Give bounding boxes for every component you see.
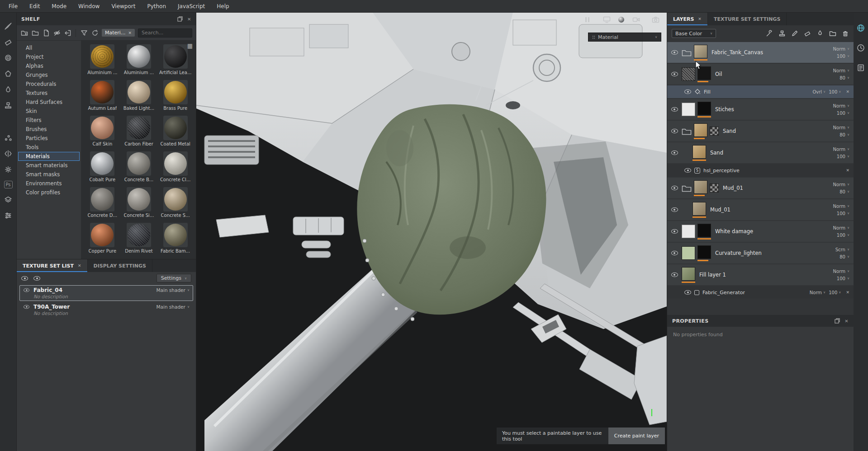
shelf-category-item[interactable]: Textures bbox=[18, 89, 80, 98]
projection-icon[interactable] bbox=[4, 53, 13, 62]
layer-visibility-icon[interactable] bbox=[671, 207, 678, 212]
delete-layer-icon[interactable] bbox=[841, 30, 849, 38]
layer-visibility-icon[interactable] bbox=[671, 72, 678, 76]
layer-row[interactable]: Stiches Norm ∨ 100 ∨ bbox=[667, 99, 854, 120]
material-thumbnail[interactable] bbox=[127, 151, 151, 176]
material-item[interactable]: Concrete Cl... bbox=[157, 151, 193, 187]
material-item[interactable]: Artificial Lea... bbox=[157, 44, 193, 80]
document-icon[interactable] bbox=[42, 29, 50, 37]
effect-row[interactable]: S hsl_perceptive ✕ bbox=[667, 164, 854, 177]
shelf-category-item[interactable]: Materials bbox=[18, 152, 80, 161]
material-thumbnail[interactable] bbox=[127, 223, 151, 247]
polygon-fill-icon[interactable] bbox=[4, 69, 13, 78]
layer-visibility-icon[interactable] bbox=[671, 229, 678, 234]
layer-thumbnail[interactable] bbox=[694, 180, 707, 194]
hide-shelf-icon[interactable] bbox=[53, 29, 61, 37]
material-thumbnail[interactable] bbox=[90, 187, 114, 211]
effect-visibility-icon[interactable] bbox=[684, 290, 691, 295]
tab-close-icon[interactable]: ✕ bbox=[78, 263, 81, 268]
material-item[interactable]: Carbon Fiber bbox=[121, 116, 157, 151]
blend-mode-dropdown[interactable]: Norm ∨ bbox=[833, 182, 849, 187]
texture-set-settings-button[interactable]: Settings ∨ bbox=[157, 274, 191, 282]
filter-chip[interactable]: Materi... ✕ bbox=[102, 29, 135, 37]
screenshot-camera-icon[interactable] bbox=[651, 16, 659, 23]
layer-visibility-icon[interactable] bbox=[671, 107, 678, 112]
layer-thumbnail[interactable] bbox=[682, 225, 695, 238]
texture-set-visibility-icon[interactable] bbox=[24, 305, 29, 309]
material-item[interactable]: Copper Pure bbox=[85, 223, 120, 258]
material-thumbnail[interactable] bbox=[127, 80, 151, 104]
effect-close-icon[interactable]: ✕ bbox=[846, 290, 849, 295]
menu-item[interactable]: JavaScript bbox=[172, 0, 211, 13]
material-thumbnail[interactable] bbox=[163, 151, 188, 176]
menu-item[interactable]: Help bbox=[211, 0, 235, 13]
material-item[interactable]: Concrete B... bbox=[121, 151, 157, 187]
eraser-tool-icon[interactable] bbox=[803, 30, 811, 38]
camera-animation-icon[interactable] bbox=[632, 16, 640, 23]
shelf-category-item[interactable]: Particles bbox=[18, 134, 80, 143]
layer-thumbnail[interactable] bbox=[697, 102, 711, 115]
material-thumbnail[interactable] bbox=[163, 44, 188, 69]
smudge-icon[interactable] bbox=[4, 85, 13, 94]
material-item[interactable]: Concrete D... bbox=[85, 187, 120, 223]
material-item[interactable]: Coated Metal bbox=[157, 116, 193, 151]
tab-display-settings[interactable]: DISPLAY SETTINGS bbox=[88, 259, 152, 272]
pause-engine-icon[interactable] bbox=[585, 17, 589, 22]
layer-row[interactable]: Mud_01 Norm ∨ 80 ∨ bbox=[667, 178, 854, 198]
material-thumbnail[interactable] bbox=[90, 44, 114, 69]
texture-set-item[interactable]: Fabric_04 Main shader∨ No description bbox=[19, 285, 193, 301]
menu-item[interactable]: Python bbox=[141, 0, 172, 13]
shading-mode-dropdown[interactable]: Material ∨ bbox=[588, 33, 661, 42]
opacity-dropdown[interactable]: 100 ∨ bbox=[837, 276, 849, 281]
layer-thumbnail[interactable] bbox=[693, 145, 706, 159]
menu-item[interactable]: Mode bbox=[46, 0, 72, 13]
blend-mode-dropdown[interactable]: Norm ∨ bbox=[833, 204, 849, 209]
shelf-category-item[interactable]: All bbox=[18, 43, 80, 52]
layer-row[interactable]: White damage Norm ∨ 100 ∨ bbox=[667, 221, 854, 242]
particles-icon[interactable] bbox=[4, 133, 13, 142]
material-thumbnail[interactable] bbox=[163, 80, 188, 104]
effect-opacity-dropdown[interactable]: 100 ∨ bbox=[829, 290, 841, 295]
channel-dropdown[interactable]: Base Color ∨ bbox=[672, 29, 716, 38]
material-thumbnail[interactable] bbox=[163, 187, 188, 211]
add-folder-icon[interactable] bbox=[20, 29, 28, 37]
effect-row[interactable]: Fabric_Generator Norm ∨100 ∨ ✕ bbox=[667, 286, 854, 299]
shelf-category-item[interactable]: Skin bbox=[18, 107, 80, 116]
open-folder-icon[interactable] bbox=[31, 29, 39, 37]
pencil-icon[interactable] bbox=[791, 30, 798, 38]
new-folder-icon[interactable] bbox=[829, 30, 836, 38]
close-panel-icon[interactable]: ✕ bbox=[187, 17, 191, 22]
shader-dropdown[interactable]: Main shader∨ bbox=[156, 287, 190, 293]
material-item[interactable]: Fabric Bam... bbox=[157, 223, 193, 258]
history-icon[interactable] bbox=[856, 43, 865, 52]
grid-view-icon[interactable]: ▦ bbox=[187, 43, 193, 49]
filter-chip-close-icon[interactable]: ✕ bbox=[128, 31, 132, 35]
shelf-category-item[interactable]: Hard Surfaces bbox=[18, 98, 80, 107]
opacity-dropdown[interactable]: 80 ∨ bbox=[840, 254, 849, 259]
mask-thumbnail[interactable] bbox=[710, 127, 719, 136]
material-thumbnail[interactable] bbox=[90, 80, 114, 104]
layer-thumbnail[interactable] bbox=[682, 246, 695, 260]
log-icon[interactable] bbox=[856, 63, 865, 72]
menu-item[interactable]: Window bbox=[72, 0, 105, 13]
shelf-category-item[interactable]: Smart masks bbox=[18, 170, 80, 179]
blend-mode-dropdown[interactable]: Norm ∨ bbox=[833, 226, 849, 230]
layer-thumbnail[interactable] bbox=[682, 267, 695, 281]
drag-grip-icon[interactable] bbox=[592, 35, 595, 39]
solo-set-icon[interactable] bbox=[33, 276, 40, 281]
layer-stack-icon[interactable] bbox=[4, 195, 13, 204]
shelf-search-input[interactable] bbox=[138, 28, 192, 38]
layer-thumbnail[interactable] bbox=[693, 202, 706, 216]
blend-mode-dropdown[interactable]: Norm ∨ bbox=[833, 68, 849, 73]
show-all-sets-icon[interactable] bbox=[21, 276, 28, 281]
blend-mode-dropdown[interactable]: Norm ∨ bbox=[833, 47, 849, 52]
layer-thumbnail[interactable] bbox=[682, 103, 695, 116]
material-item[interactable]: Cobalt Pure bbox=[85, 151, 120, 187]
sliders-icon[interactable] bbox=[4, 211, 13, 220]
material-thumbnail[interactable] bbox=[90, 223, 114, 247]
menu-item[interactable]: Viewport bbox=[105, 0, 141, 13]
tab-close-icon[interactable]: ✕ bbox=[698, 17, 702, 21]
layer-thumbnail[interactable] bbox=[694, 45, 707, 58]
tab-texture-set-settings[interactable]: TEXTURE SET SETTINGS bbox=[708, 13, 787, 25]
blend-mode-dropdown[interactable]: Norm ∨ bbox=[833, 125, 849, 130]
